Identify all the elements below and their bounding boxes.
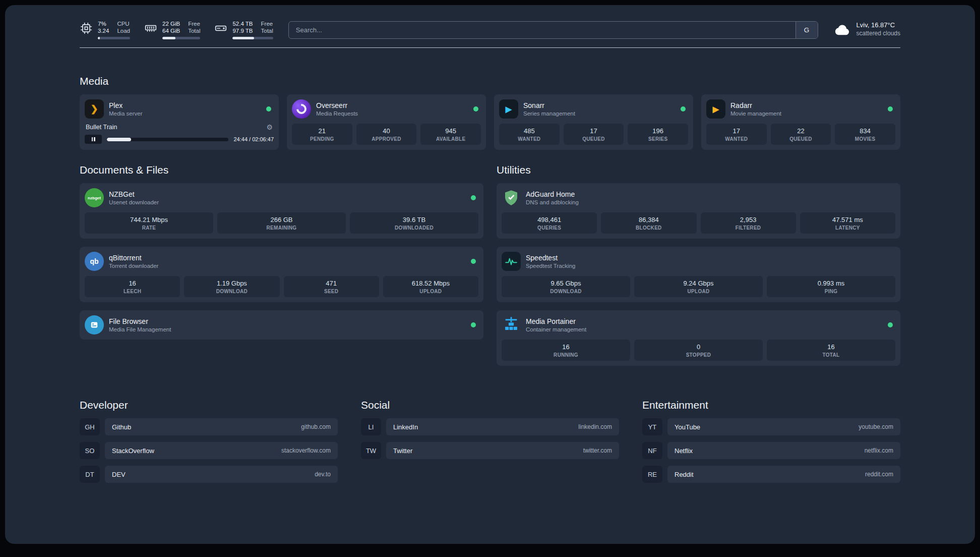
cpu-usage-label: CPU bbox=[117, 20, 130, 27]
pause-button[interactable] bbox=[85, 135, 102, 144]
weather-widget[interactable]: Lviv, 16.87°C scattered clouds bbox=[833, 21, 900, 37]
app-desc: Media Requests bbox=[316, 110, 358, 117]
media-card-grid: ❯ Plex Media server Bullet Train ⚙ 2 bbox=[80, 94, 900, 150]
section-title-developer: Developer bbox=[80, 399, 338, 411]
stat-tile: 22 QUEUED bbox=[771, 124, 831, 145]
search-bar: G bbox=[288, 21, 818, 39]
bookmark-reddit[interactable]: RE Reddit reddit.com bbox=[642, 466, 900, 483]
app-name: qBittorrent bbox=[109, 254, 158, 262]
portainer-crane-icon bbox=[502, 315, 521, 335]
playback-progress-bar[interactable] bbox=[107, 138, 228, 141]
gear-icon[interactable]: ⚙ bbox=[266, 123, 273, 131]
plex-icon: ❯ bbox=[85, 99, 104, 119]
stat-tile: 39.6 TB DOWNLOADED bbox=[350, 212, 478, 234]
stat-tile: 618.52 Mbps UPLOAD bbox=[383, 276, 478, 297]
memory-free-value: 22 GiB bbox=[162, 20, 180, 27]
disk-total-label: Total bbox=[261, 27, 273, 34]
bookmark-name: Github bbox=[112, 423, 131, 431]
bookmark-netflix[interactable]: NF Netflix netflix.com bbox=[642, 442, 900, 459]
bookmark-url: netflix.com bbox=[865, 447, 893, 454]
app-desc: Container management bbox=[526, 326, 586, 332]
bookmark-group-developer: Developer GH Github github.com SO StackO… bbox=[80, 399, 338, 489]
memory-widget: 22 GiB 64 GiB Free Total bbox=[144, 20, 200, 39]
stat-tile: 266 GB REMAINING bbox=[217, 212, 346, 234]
stat-tile: 17 WANTED bbox=[706, 124, 767, 145]
memory-total-label: Total bbox=[188, 27, 200, 34]
app-name: NZBGet bbox=[109, 190, 159, 198]
bookmark-abbr: NF bbox=[642, 442, 662, 459]
app-name: Radarr bbox=[730, 101, 781, 109]
app-card-sonarr[interactable]: ▶ Sonarr Series management 485 WANTED 17… bbox=[494, 94, 693, 150]
now-playing-title: Bullet Train bbox=[86, 124, 117, 131]
overseerr-icon bbox=[292, 99, 311, 119]
app-card-qbittorrent[interactable]: qb qBittorrent Torrent downloader 16 LEE… bbox=[80, 247, 483, 302]
cpu-progress-bar bbox=[98, 37, 130, 39]
topbar: 7% 3.24 CPU Load bbox=[80, 19, 900, 47]
app-card-plex[interactable]: ❯ Plex Media server Bullet Train ⚙ 2 bbox=[80, 94, 279, 150]
bookmark-linkedin[interactable]: LI LinkedIn linkedin.com bbox=[361, 418, 619, 435]
app-desc: Series management bbox=[523, 110, 575, 117]
cpu-load-label: Load bbox=[117, 27, 130, 34]
status-dot bbox=[473, 106, 478, 112]
stat-tile: 9.65 Gbps DOWNLOAD bbox=[502, 276, 630, 297]
bookmark-twitter[interactable]: TW Twitter twitter.com bbox=[361, 442, 619, 459]
bookmark-abbr: TW bbox=[361, 442, 381, 459]
resource-widgets: 7% 3.24 CPU Load bbox=[80, 20, 273, 39]
stat-tile: 471 SEED bbox=[284, 276, 379, 297]
memory-total-value: 64 GiB bbox=[162, 27, 180, 34]
disk-free-label: Free bbox=[261, 20, 273, 27]
app-card-overseerr[interactable]: Overseerr Media Requests 21 PENDING 40 A… bbox=[287, 94, 486, 150]
app-desc: DNS and adblocking bbox=[526, 199, 579, 205]
radarr-icon: ▶ bbox=[706, 99, 725, 119]
stat-tile: 9.24 Gbps UPLOAD bbox=[634, 276, 763, 297]
bookmark-abbr: GH bbox=[80, 418, 100, 435]
bookmark-stackoverflow[interactable]: SO StackOverflow stackoverflow.com bbox=[80, 442, 338, 459]
stat-tile: 945 AVAILABLE bbox=[420, 124, 481, 145]
bookmark-name: StackOverflow bbox=[112, 447, 154, 455]
stat-tile: 744.21 Mbps RATE bbox=[85, 212, 213, 234]
app-desc: Usenet downloader bbox=[109, 199, 159, 205]
bookmark-github[interactable]: GH Github github.com bbox=[80, 418, 338, 435]
memory-progress-bar bbox=[162, 37, 200, 39]
app-card-adguard-home[interactable]: AdGuard Home DNS and adblocking 498,461 … bbox=[497, 183, 900, 239]
cpu-widget: 7% 3.24 CPU Load bbox=[80, 20, 130, 39]
disk-icon bbox=[214, 22, 227, 35]
disk-progress-bar bbox=[232, 37, 273, 39]
status-dot bbox=[266, 106, 271, 112]
bookmark-url: twitter.com bbox=[583, 447, 612, 454]
memory-free-label: Free bbox=[188, 20, 200, 27]
bookmark-group-social: Social LI LinkedIn linkedin.com TW Twitt… bbox=[361, 399, 619, 489]
search-input[interactable] bbox=[289, 22, 795, 38]
bookmark-url: github.com bbox=[301, 423, 331, 430]
bookmark-name: Reddit bbox=[675, 471, 694, 478]
app-desc: Media server bbox=[109, 110, 142, 117]
bookmark-url: youtube.com bbox=[859, 423, 893, 430]
section-title-media: Media bbox=[80, 75, 900, 87]
app-card-nzbget[interactable]: nzbget NZBGet Usenet downloader 744.21 M… bbox=[80, 183, 483, 239]
bookmark-abbr: RE bbox=[642, 466, 662, 483]
app-name: Speedtest bbox=[526, 254, 575, 262]
app-card-filebrowser[interactable]: File Browser Media File Management bbox=[80, 310, 483, 340]
filebrowser-icon bbox=[85, 315, 104, 335]
bookmark-abbr: LI bbox=[361, 418, 381, 435]
bookmark-name: YouTube bbox=[675, 423, 700, 431]
search-provider-button[interactable]: G bbox=[795, 22, 818, 38]
app-name: AdGuard Home bbox=[526, 190, 579, 198]
section-title-entertainment: Entertainment bbox=[642, 399, 900, 411]
plex-now-playing: Bullet Train ⚙ 24:44 / 02:06:47 bbox=[85, 123, 274, 144]
app-card-radarr[interactable]: ▶ Radarr Movie management 17 WANTED 22 Q… bbox=[701, 94, 900, 150]
app-desc: Speedtest Tracking bbox=[526, 263, 575, 269]
app-card-speedtest[interactable]: Speedtest Speedtest Tracking 9.65 Gbps D… bbox=[497, 247, 900, 302]
stat-tile: 16 RUNNING bbox=[502, 340, 630, 361]
bookmark-dev[interactable]: DT DEV dev.to bbox=[80, 466, 338, 483]
bookmark-youtube[interactable]: YT YouTube youtube.com bbox=[642, 418, 900, 435]
bookmark-url: linkedin.com bbox=[578, 423, 612, 430]
section-title-utilities: Utilities bbox=[497, 164, 900, 176]
bookmark-name: Twitter bbox=[393, 447, 412, 455]
cpu-usage-value: 7% bbox=[98, 20, 109, 27]
app-card-media-portainer[interactable]: Media Portainer Container management 16 … bbox=[497, 310, 900, 366]
bookmark-name: Netflix bbox=[675, 447, 693, 455]
playback-time: 24:44 / 02:06:47 bbox=[233, 136, 274, 142]
stat-tile: 0 STOPPED bbox=[634, 340, 763, 361]
disk-free-value: 52.4 TB bbox=[232, 20, 253, 27]
